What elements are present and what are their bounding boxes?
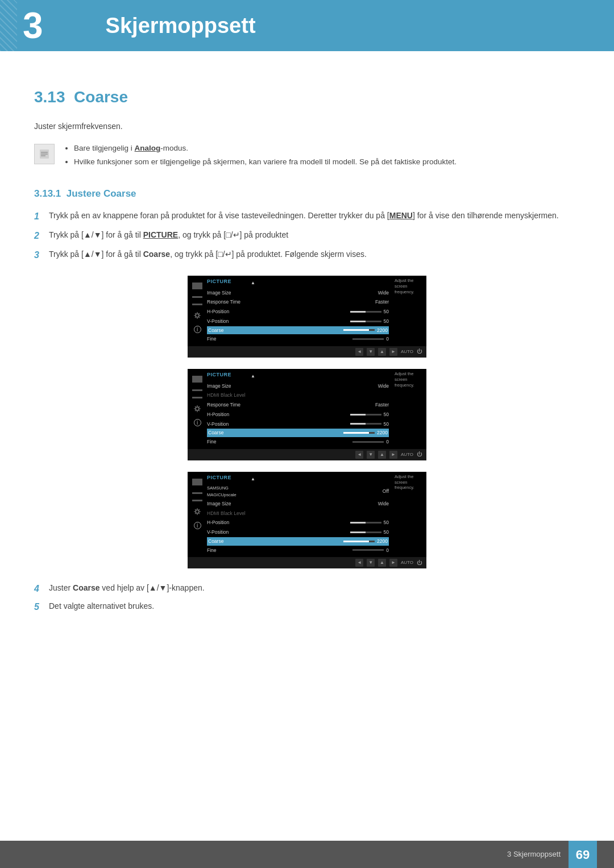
menu-row-hdmi-2: HDMI Black Level [207,391,389,400]
step-5-text: Det valgte alternativet brukes. [49,600,154,612]
icon-info-2: i [194,419,201,426]
section-heading: 3.13 Coarse [34,85,580,109]
menu-row-response-2: Response Time Faster [207,400,389,410]
menu-row-coarse-1: Coarse 2200 [207,326,389,335]
screen-mockups: i PICTURE ▲ Image Size Wide Response [34,276,580,568]
menu-row-response-1: Response Time Faster [207,297,389,307]
footer-section-label: 3 Skjermoppsett [507,849,561,860]
screen-right-label-3: Adjust the screen frequency. [392,472,426,493]
pencil-icon [39,148,50,160]
note-box: Bare tilgjengelig i Analog-modus. Hvilke… [34,143,580,171]
menu-row-magic-3: SAMSUNGMAGICUpscale Off [207,484,389,499]
svg-point-4 [196,314,199,317]
menu-row-image-size-1: Image Size Wide [207,288,389,298]
icon-bar1-3 [192,492,202,494]
page-footer: 3 Skjermoppsett 69 [0,841,614,868]
menu-row-fine-3: Fine 0 [207,546,389,555]
note-icon [34,144,55,164]
step-2-text: Trykk på [▲/▼] for å gå til PICTURE, og … [49,229,288,241]
icon-monitor-3 [192,479,202,485]
icon-gear [193,311,202,320]
note-content: Bare tilgjengelig i Analog-modus. Hvilke… [63,143,457,171]
post-steps-list: 4 Juster Coarse ved hjelp av [▲/▼]-knapp… [34,582,580,614]
screen-bottom-bar-1: ◄ ▼ ▲ ► AUTO ⏻ [188,346,426,358]
step-2: 2 Trykk på [▲/▼] for å gå til PICTURE, o… [34,229,580,243]
icon-bar2-2 [192,397,202,398]
screen-left-icons-1: i [188,276,206,335]
analog-bold: Analog [135,144,161,152]
screen-mockup-2: i PICTURE ▲ Image Size Wide HDMI Black L… [188,369,426,460]
step-2-num: 2 [34,229,44,243]
menu-row-hpos-1: H-Position 50 [207,307,389,317]
menu-row-vpos-3: V-Position 50 [207,528,389,537]
step-5-num: 5 [34,600,44,614]
menu-row-vpos-1: V-Position 50 [207,317,389,326]
menu-title-row-3: PICTURE ▲ [207,474,389,484]
subsection-heading: 3.13.1 Justere Coarse [34,186,580,201]
menu-title-row-2: PICTURE ▲ [207,371,389,381]
menu-row-coarse-3: Coarse 2200 [207,537,389,546]
icon-gear-3 [193,507,202,516]
main-content: 3.13 Coarse Juster skjermfrekvensen. Bar… [0,51,614,664]
intro-text: Juster skjermfrekvensen. [34,121,580,132]
icon-bar1-2 [192,389,202,391]
menu-row-hdmi-3: HDMI Black Level [207,509,389,518]
header-banner: 3 Skjermoppsett [0,0,614,51]
up-arrow-3: ▲ [251,476,255,483]
icon-bar2-3 [192,500,202,501]
menu-row-hpos-2: H-Position 50 [207,410,389,420]
ctrl-right: ► [389,348,397,356]
icon-bar1 [192,296,202,298]
step-4-text: Juster Coarse ved hjelp av [▲/▼]-knappen… [49,582,205,594]
screen-mockup-3: i PICTURE ▲ SAMSUNGMAGICUpscale Off Imag… [188,472,426,569]
header-title: Skjermoppsett [106,10,256,42]
steps-list: 1 Trykk på en av knappene foran på produ… [34,210,580,262]
icon-bar2 [192,304,202,305]
icon-gear-2 [193,404,202,413]
icon-monitor [192,283,202,289]
screen-menu-2: PICTURE ▲ Image Size Wide HDMI Black Lev… [206,369,392,449]
screen-menu-3: PICTURE ▲ SAMSUNGMAGICUpscale Off Image … [206,472,392,558]
step-3-text: Trykk på [▲/▼] for å gå til Coarse, og t… [49,248,367,260]
menu-row-image-size-3: Image Size Wide [207,499,389,509]
menu-row-fine-2: Fine 0 [207,437,389,447]
ctrl-power: ⏻ [417,348,422,356]
up-arrow-1: ▲ [251,280,255,286]
step-1: 1 Trykk på en av knappene foran på produ… [34,210,580,223]
ctrl-down: ▼ [367,348,375,356]
step-3-num: 3 [34,248,44,262]
icon-info-3: i [194,522,201,529]
menu-row-coarse-2: Coarse 2200 [207,429,389,437]
screen-menu-1: PICTURE ▲ Image Size Wide Response Time … [206,276,392,346]
ctrl-up: ▲ [378,348,386,356]
screen-right-label-1: Adjust the screen frequency. [392,276,426,297]
screen-left-icons-2: i [188,369,206,429]
chapter-number: 3 [23,7,43,44]
note-item-2: Hvilke funksjoner som er tilgjengelige p… [74,156,457,168]
menu-row-fine-1: Fine 0 [207,334,389,344]
menu-title-row-1: PICTURE ▲ [207,278,389,288]
footer-page-number: 69 [569,841,597,868]
screen-bottom-bar-3: ◄ ▼ ▲ ► AUTO ⏻ [188,557,426,568]
svg-point-5 [196,407,199,410]
screen-bottom-bar-2: ◄ ▼ ▲ ► AUTO ⏻ [188,449,426,460]
step-4: 4 Juster Coarse ved hjelp av [▲/▼]-knapp… [34,582,580,596]
note-item-1: Bare tilgjengelig i Analog-modus. [74,143,457,154]
step-4-num: 4 [34,582,44,596]
header-pattern [0,0,17,51]
icon-monitor-2 [192,376,202,383]
menu-row-vpos-2: V-Position 50 [207,420,389,429]
ctrl-auto: AUTO [401,348,413,355]
up-arrow-2: ▲ [251,373,255,380]
step-5: 5 Det valgte alternativet brukes. [34,600,580,614]
menu-row-hpos-3: H-Position 50 [207,518,389,528]
step-1-text: Trykk på en av knappene foran på produkt… [49,210,559,222]
svg-point-6 [196,510,199,513]
icon-info: i [194,326,201,333]
screen-right-label-2: Adjust the screen frequency. [392,369,426,390]
step-3: 3 Trykk på [▲/▼] for å gå til Coarse, og… [34,248,580,262]
ctrl-left: ◄ [355,348,363,356]
step-1-num: 1 [34,210,44,223]
screen-mockup-1: i PICTURE ▲ Image Size Wide Response [188,276,426,358]
screen-left-icons-3: i [188,472,206,531]
